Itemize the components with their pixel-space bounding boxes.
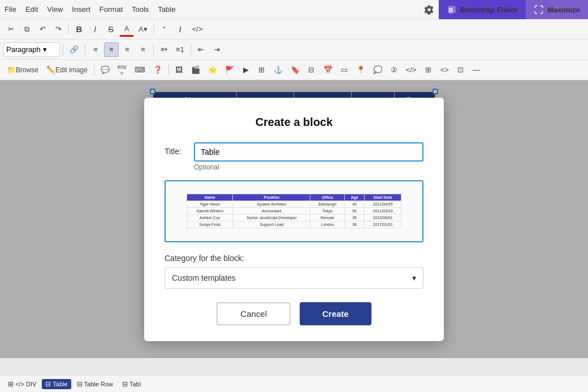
status-table-row-label: Table Row <box>84 381 113 387</box>
menu-format[interactable]: Format <box>100 5 123 14</box>
indent-button[interactable]: ⇥ <box>210 42 224 57</box>
edit-image-button[interactable]: ✏️ Edit image <box>43 63 91 77</box>
bootstrap-editor-button[interactable]: B Bootstrap Editor <box>439 0 526 19</box>
move-icon: ⊞ <box>8 380 14 388</box>
image-insert-button[interactable]: 🖼 <box>172 63 187 77</box>
mini-col-off: Office <box>310 194 345 201</box>
status-item-table-cell[interactable]: ⊟ Tabl <box>119 379 144 389</box>
redo-button[interactable]: ↷ <box>51 22 66 37</box>
font-color-button[interactable]: A <box>119 22 134 37</box>
separator-2 <box>154 24 154 35</box>
layout-button[interactable]: ▭ <box>337 63 352 77</box>
video-button[interactable]: ▶ <box>239 63 253 77</box>
insert-toolbar: 📁 Browse ✏️ Edit image 💬 env▿ ⌨ ❓ 🖼 🎬 ⭐ … <box>0 60 588 80</box>
outdent-button[interactable]: ⇤ <box>194 42 209 57</box>
blockquote-button[interactable]: " <box>157 22 172 37</box>
menu-table[interactable]: Table <box>158 5 175 14</box>
speech2-button[interactable]: 💭 <box>370 63 386 77</box>
flag-button[interactable]: 🚩 <box>222 63 237 77</box>
paragraph-select[interactable]: Paragraph ▾ <box>3 42 60 57</box>
category-value: Custom templates <box>172 273 236 282</box>
create-button[interactable]: Create <box>300 302 371 325</box>
bold-button[interactable]: B <box>72 22 87 37</box>
align-toolbar: Paragraph ▾ 🔗 ≡ ≡ ≡ ≡ ≡• ≡1 ⇤ ⇥ <box>0 40 588 60</box>
mini-col-name: Name <box>187 194 233 201</box>
category-label: Category for the block: <box>165 254 423 263</box>
mini-table-row: Garrett Winters Accountant Tokyo 50 2011… <box>187 208 401 215</box>
question-button[interactable]: ② <box>387 63 401 77</box>
unordered-list-button[interactable]: ≡• <box>157 42 171 57</box>
status-item-table-row[interactable]: ⊟ Table Row <box>74 379 116 389</box>
status-item-table[interactable]: ⊟ Table <box>42 379 71 389</box>
icon-button[interactable]: ⭐ <box>205 63 220 77</box>
speech-button[interactable]: 💬 <box>97 63 113 77</box>
create-block-modal: Create a block Title: Optional Name Posi… <box>144 98 444 341</box>
cancel-button[interactable]: Cancel <box>217 302 291 325</box>
ordered-list-button[interactable]: ≡1 <box>172 42 188 57</box>
italic2-button[interactable]: I <box>173 22 188 37</box>
status-item-div[interactable]: ⊞ </> DIV <box>5 379 40 389</box>
mini-col-date: Start Date <box>365 194 401 201</box>
menu-edit[interactable]: Edit <box>25 5 38 14</box>
menu-file[interactable]: File <box>5 5 16 14</box>
date-button[interactable]: 📅 <box>320 63 336 77</box>
code2-button[interactable]: </> <box>403 63 420 77</box>
menu-insert[interactable]: Insert <box>72 5 90 14</box>
table-status-icon: ⊟ <box>45 380 51 388</box>
align-right-button[interactable]: ≡ <box>136 42 150 57</box>
grid-button[interactable]: ⊞ <box>421 63 436 77</box>
separator-7 <box>94 64 94 76</box>
status-div-label: </> DIV <box>15 381 36 387</box>
align-center-button[interactable]: ≡ <box>104 42 119 57</box>
editor-area: Name Date Tiger Nixon4/25 Garrett Winter… <box>0 80 588 375</box>
modal-title: Create a block <box>165 116 423 129</box>
source-button[interactable]: <> <box>437 63 452 77</box>
italic-button[interactable]: I <box>88 22 102 37</box>
optional-text: Optional <box>194 163 423 171</box>
formatting-toolbar: ✂ ⧉ ↶ ↷ B I S A A▾ " I </> <box>0 19 588 40</box>
title-form-row: Title: Optional <box>165 142 423 171</box>
bg-color-button[interactable]: A▾ <box>135 22 151 37</box>
preview-box: Name Position Office Age Start Date Tige… <box>165 180 423 242</box>
code-button[interactable]: </> <box>189 22 206 37</box>
header-right: B Bootstrap Editor Maximize <box>420 0 588 19</box>
undo-button[interactable]: ↶ <box>35 22 50 37</box>
settings-button[interactable] <box>420 0 439 19</box>
title-label: Title: <box>165 142 187 156</box>
mini-col-age: Age <box>344 194 364 201</box>
link-button[interactable]: 🔗 <box>66 42 82 57</box>
table-insert-button[interactable]: ⊞ <box>254 63 269 77</box>
menu-bar: File Edit View Insert Format Tools Table… <box>0 0 588 19</box>
title-input[interactable] <box>194 142 423 162</box>
strikethrough-button[interactable]: S <box>103 22 118 37</box>
separator-4 <box>85 44 85 55</box>
mini-table-row: Ashton Cox Senior JavaScript Developer R… <box>187 215 401 221</box>
mini-col-pos: Position <box>233 194 310 201</box>
separator-3 <box>63 44 63 55</box>
minus-button[interactable]: — <box>469 63 484 77</box>
maximize-button[interactable]: Maximize <box>526 0 588 19</box>
svg-text:B: B <box>448 7 453 14</box>
grid2-button[interactable]: ⊡ <box>453 63 468 77</box>
copy-button[interactable]: ⧉ <box>19 22 34 37</box>
separator-6 <box>191 44 191 55</box>
bookmark-button[interactable]: 🔖 <box>287 63 303 77</box>
media-button[interactable]: 🎬 <box>188 63 204 77</box>
align-justify-button[interactable]: ≡ <box>120 42 135 57</box>
menu-tools[interactable]: Tools <box>132 5 149 14</box>
align-left-button[interactable]: ≡ <box>88 42 103 57</box>
browse-button[interactable]: 📁 Browse <box>3 63 42 77</box>
separator-5 <box>153 44 154 55</box>
status-table-label: Table <box>53 381 67 387</box>
category-select[interactable]: Custom templates ▾ <box>165 267 423 289</box>
help-button[interactable]: ❓ <box>150 63 166 77</box>
cut-button[interactable]: ✂ <box>3 22 18 37</box>
custom-button[interactable]: ⊟ <box>304 63 319 77</box>
modal-actions: Cancel Create <box>165 302 423 325</box>
map-button[interactable]: 📍 <box>353 63 369 77</box>
keyboard-button[interactable]: ⌨ <box>131 63 149 77</box>
paragraph-chevron: ▾ <box>43 45 47 54</box>
menu-view[interactable]: View <box>47 5 63 14</box>
anchor-button[interactable]: ⚓ <box>270 63 286 77</box>
env-button[interactable]: env▿ <box>114 63 130 77</box>
